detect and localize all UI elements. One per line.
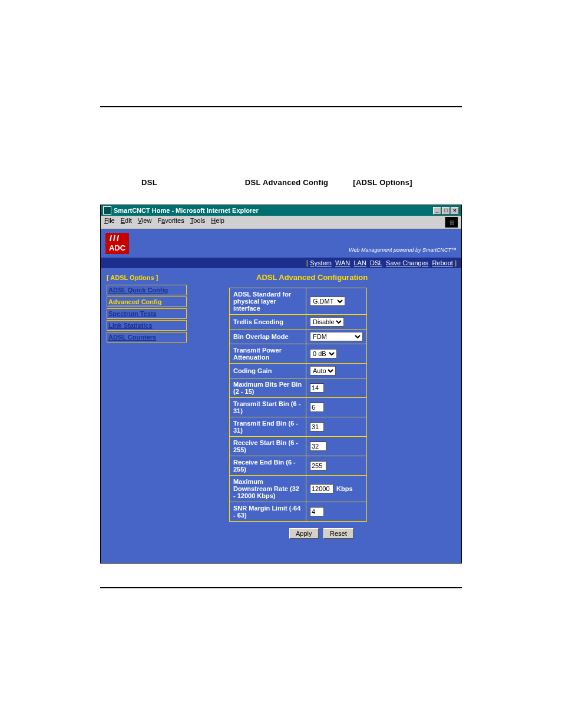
navbar: [ System WAN LAN DSL Save Changes Reboot…	[101, 258, 461, 268]
field-input-cell	[306, 417, 367, 437]
main-area: ADSL Advanced Configuration ADSL Standar…	[188, 272, 457, 555]
field-input[interactable]	[310, 461, 326, 470]
menu-help[interactable]: Help	[211, 217, 224, 228]
menu-edit[interactable]: Edit	[121, 217, 132, 228]
menu-view[interactable]: View	[138, 217, 152, 228]
field-input-cell: Kbps	[306, 476, 367, 502]
powered-by-text: Web Management powered by SmartCNCT™	[349, 247, 457, 253]
nav-lan[interactable]: LAN	[353, 259, 366, 266]
field-input-cell	[306, 456, 367, 476]
sidebar-link[interactable]: ADSL Quick Config	[108, 286, 168, 294]
window-titlebar: SmartCNCT Home - Microsoft Internet Expl…	[101, 205, 461, 216]
table-row: Transmit Start Bin (6 - 31)	[230, 398, 367, 417]
field-input-cell	[306, 502, 367, 522]
field-label: Bin Overlap Mode	[230, 330, 306, 344]
config-table: ADSL Standard for physical layer interfa…	[229, 288, 367, 522]
field-input-cell: G.DMT	[306, 288, 367, 315]
banner: ADC Web Management powered by SmartCNCT™	[101, 229, 461, 258]
field-label: SNR Margin Limit (-64 - 63)	[230, 502, 306, 522]
button-row: Apply Reset	[288, 528, 457, 539]
field-select[interactable]: G.DMT	[310, 297, 345, 306]
sidebar-link[interactable]: ADSL Counters	[108, 334, 156, 341]
nav-wan[interactable]: WAN	[335, 259, 350, 266]
sidebar-item-1[interactable]: Advanced Config	[107, 297, 187, 307]
table-row: Transmit End Bin (6 - 31)	[230, 417, 367, 437]
field-label: Transmit End Bin (6 - 31)	[230, 417, 306, 437]
field-input-cell	[306, 437, 367, 456]
menubar: File Edit View Favorites Tools Help ⊞	[101, 216, 461, 229]
table-row: Receive End Bin (6 - 255)	[230, 456, 367, 476]
field-select[interactable]: Auto	[310, 366, 336, 375]
field-label: Transmit Start Bin (6 - 31)	[230, 398, 306, 417]
svg-text:ADC: ADC	[109, 243, 126, 252]
reset-button[interactable]: Reset	[323, 528, 353, 539]
field-label: Maximum Downstream Rate (32 - 12000 Kbps…	[230, 476, 306, 502]
field-input[interactable]	[310, 442, 326, 451]
table-row: SNR Margin Limit (-64 - 63)	[230, 502, 367, 522]
field-input[interactable]	[310, 484, 333, 493]
menu-tools[interactable]: Tools	[190, 217, 206, 228]
sidebar-item-0[interactable]: ADSL Quick Config	[107, 285, 187, 295]
sidebar-item-2[interactable]: Spectrum Tests	[107, 308, 187, 319]
content-area: [ ADSL Options ] ADSL Quick ConfigAdvanc…	[101, 268, 461, 563]
field-label: Coding Gain	[230, 364, 306, 378]
field-input-cell: Disable	[306, 315, 367, 330]
field-input[interactable]	[310, 383, 324, 393]
apply-button[interactable]: Apply	[289, 528, 319, 539]
menu-file[interactable]: File	[104, 217, 115, 228]
field-input-cell: FDM	[306, 330, 367, 344]
throbber-icon: ⊞	[445, 217, 458, 228]
field-label: Maximum Bits Per Bin (2 - 15)	[230, 378, 306, 398]
ie-icon	[103, 206, 111, 215]
svg-line-1	[114, 235, 115, 241]
svg-line-2	[117, 235, 118, 241]
field-label: Receive Start Bin (6 - 255)	[230, 437, 306, 456]
breadcrumb-item-3: [ADSL Options]	[353, 178, 412, 187]
breadcrumb-item-2: DSL Advanced Config	[245, 178, 329, 187]
browser-window: SmartCNCT Home - Microsoft Internet Expl…	[100, 205, 462, 564]
field-input[interactable]	[310, 422, 324, 431]
field-input-cell	[306, 378, 367, 398]
breadcrumb: DSL DSL Advanced Config [ADSL Options]	[100, 178, 462, 187]
field-input[interactable]	[310, 507, 324, 516]
field-label: Receive End Bin (6 - 255)	[230, 456, 306, 476]
sidebar-title: [ ADSL Options ]	[107, 274, 187, 281]
sidebar-link[interactable]: Spectrum Tests	[108, 310, 157, 317]
field-label: Transmit Power Attenuation	[230, 344, 306, 364]
table-row: Maximum Downstream Rate (32 - 12000 Kbps…	[230, 476, 367, 502]
nav-system[interactable]: System	[310, 259, 332, 266]
field-select[interactable]: Disable	[310, 317, 344, 327]
window-title: SmartCNCT Home - Microsoft Internet Expl…	[114, 207, 259, 214]
sidebar-link[interactable]: Advanced Config	[108, 298, 161, 305]
close-button[interactable]: ×	[451, 207, 459, 215]
nav-bracket-open: [	[306, 259, 308, 266]
page-divider-bottom	[100, 587, 462, 588]
svg-line-0	[110, 235, 111, 241]
field-input-cell	[306, 398, 367, 417]
field-input[interactable]	[310, 403, 324, 412]
nav-dsl[interactable]: DSL	[370, 259, 382, 266]
table-row: Trellis EncodingDisable	[230, 315, 367, 330]
maximize-button[interactable]: □	[442, 207, 450, 215]
sidebar-item-4[interactable]: ADSL Counters	[107, 332, 187, 342]
sidebar-item-3[interactable]: Link Statistics	[107, 320, 187, 331]
table-row: Receive Start Bin (6 - 255)	[230, 437, 367, 456]
menu-favorites[interactable]: Favorites	[157, 217, 184, 228]
nav-save[interactable]: Save Changes	[386, 259, 428, 266]
table-row: Maximum Bits Per Bin (2 - 15)	[230, 378, 367, 398]
field-input-cell: Auto	[306, 364, 367, 378]
field-input-cell: 0 dB	[306, 344, 367, 364]
nav-reboot[interactable]: Reboot	[432, 259, 452, 266]
breadcrumb-item-1: DSL	[141, 178, 157, 187]
page-title: ADSL Advanced Configuration	[256, 273, 457, 282]
field-label: Trellis Encoding	[230, 315, 306, 330]
page-divider-top	[100, 106, 462, 107]
sidebar-link[interactable]: Link Statistics	[108, 322, 153, 329]
nav-bracket-close: ]	[455, 259, 457, 266]
table-row: Bin Overlap ModeFDM	[230, 330, 367, 344]
table-row: ADSL Standard for physical layer interfa…	[230, 288, 367, 315]
minimize-button[interactable]: _	[433, 207, 441, 215]
field-select[interactable]: 0 dB	[310, 349, 337, 358]
field-select[interactable]: FDM	[310, 332, 363, 341]
sidebar: [ ADSL Options ] ADSL Quick ConfigAdvanc…	[105, 272, 188, 555]
